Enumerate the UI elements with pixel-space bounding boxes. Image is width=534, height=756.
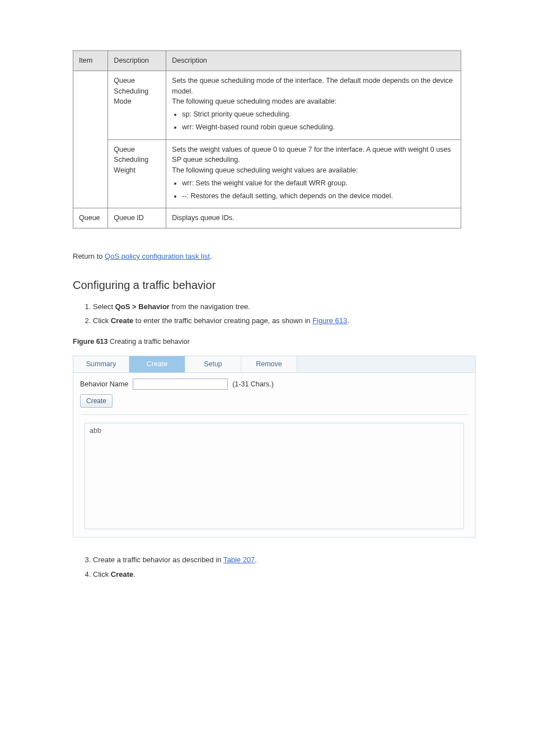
cell-detail: Sets the weight values of queue 0 to que… [166, 139, 461, 208]
figure-link[interactable]: Figure 613 [312, 316, 347, 325]
cell-item-empty [73, 71, 108, 208]
parameters-table: Item Description Description Queue Sched… [73, 50, 461, 228]
section-heading: Configuring a traffic behavior [73, 277, 461, 293]
behavior-list: abb [85, 423, 464, 529]
tab-summary[interactable]: Summary [73, 356, 129, 372]
detail-sub: The following queue scheduling weight va… [172, 165, 455, 176]
menu-path: QoS > Behavior [115, 302, 170, 311]
bullet: --: Restores the default setting, which … [182, 191, 455, 202]
tab-create[interactable]: Create [129, 356, 185, 372]
tab-remove[interactable]: Remove [241, 356, 297, 372]
figure-caption-id: Figure 613 [73, 338, 110, 346]
step-item: Click Create to enter the traffic behavi… [93, 315, 461, 326]
return-tail: . [210, 252, 212, 260]
separator [81, 414, 467, 415]
tab-setup[interactable]: Setup [185, 356, 241, 372]
behavior-name-label: Behavior Name [80, 379, 128, 390]
create-bold-2: Create [111, 570, 133, 578]
return-link[interactable]: QoS policy configuration task list [105, 252, 210, 260]
cell-desc: Queue Scheduling Mode [108, 71, 166, 139]
bullet: wrr: Sets the weight value for the defau… [182, 178, 455, 189]
bullet: sp: Strict priority queue scheduling. [182, 109, 455, 120]
behavior-tabbar: Summary Create Setup Remove [73, 356, 475, 373]
th-desc: Description [108, 51, 166, 71]
detail-lead: Sets the weight values of queue 0 to que… [172, 144, 455, 166]
figure-caption-text: Creating a traffic behavior [110, 338, 190, 346]
create-bold: Create [111, 316, 133, 325]
step-item: Click Create. [93, 569, 461, 580]
behavior-name-row: Behavior Name (1-31 Chars.) [73, 373, 475, 393]
create-button[interactable]: Create [80, 394, 113, 408]
step-item: Create a traffic behavior as described i… [93, 554, 461, 566]
tab-filler [297, 356, 475, 372]
step-item: Select QoS > Behavior from the navigatio… [93, 301, 461, 312]
cell-desc: Queue Scheduling Weight [108, 139, 166, 208]
detail-lead: Sets the queue scheduling mode of the in… [172, 76, 455, 97]
bullet: wrr: Weight-based round robin queue sche… [182, 122, 455, 133]
cell-detail: Displays queue IDs. [166, 208, 461, 228]
table-row: Queue Queue ID Displays queue IDs. [73, 208, 461, 228]
behavior-name-input[interactable] [133, 379, 228, 390]
behavior-name-hint: (1-31 Chars.) [232, 379, 274, 390]
figure-caption: Figure 613 Creating a traffic behavior [73, 337, 461, 347]
return-link-paragraph: Return to QoS policy configuration task … [73, 251, 461, 262]
return-lead: Return to [73, 252, 105, 260]
list-item[interactable]: abb [90, 426, 459, 436]
table-row: Queue Scheduling Mode Sets the queue sch… [73, 71, 461, 139]
table-row: Queue Scheduling Weight Sets the weight … [73, 139, 461, 208]
detail-sub: The following queue scheduling modes are… [172, 96, 455, 107]
behavior-create-panel: Summary Create Setup Remove Behavior Nam… [73, 356, 476, 538]
th-description: Description [166, 51, 461, 71]
table-link[interactable]: Table 207 [223, 556, 255, 564]
th-item: Item [73, 51, 108, 71]
cell-item: Queue [73, 208, 108, 228]
cell-detail: Sets the queue scheduling mode of the in… [166, 71, 461, 139]
cell-desc: Queue ID [108, 208, 166, 228]
